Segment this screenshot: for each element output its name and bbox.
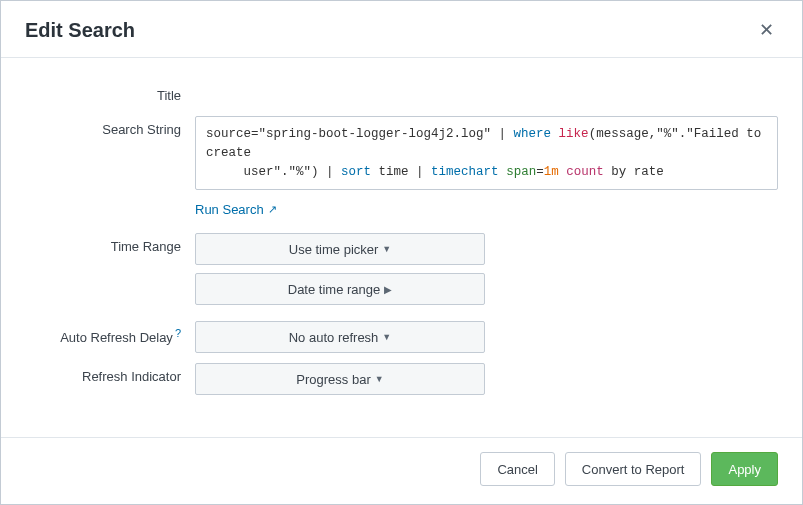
caret-down-icon: ▼ — [382, 332, 391, 342]
help-icon[interactable]: ? — [175, 327, 181, 339]
caret-down-icon: ▼ — [375, 374, 384, 384]
auto-refresh-value: No auto refresh — [289, 330, 379, 345]
search-string-input[interactable]: source="spring-boot-logger-log4j2.log" |… — [195, 116, 778, 190]
time-picker-dropdown[interactable]: Use time picker ▼ — [195, 233, 485, 265]
caret-right-icon: ▶ — [384, 284, 392, 295]
run-search-label: Run Search — [195, 202, 264, 217]
modal-body: Title Search String source="spring-boot-… — [1, 58, 802, 437]
time-range-label: Time Range — [25, 233, 195, 254]
modal-footer: Cancel Convert to Report Apply — [1, 437, 802, 504]
auto-refresh-dropdown[interactable]: No auto refresh ▼ — [195, 321, 485, 353]
title-label: Title — [25, 82, 195, 103]
cancel-button[interactable]: Cancel — [480, 452, 554, 486]
convert-to-report-button[interactable]: Convert to Report — [565, 452, 702, 486]
edit-search-modal: Edit Search ✕ Title Search String source… — [0, 0, 803, 505]
modal-header: Edit Search ✕ — [1, 1, 802, 58]
modal-title: Edit Search — [25, 19, 135, 42]
close-icon[interactable]: ✕ — [755, 17, 778, 43]
external-link-icon: ↗ — [268, 203, 277, 216]
run-search-link[interactable]: Run Search ↗ — [195, 198, 277, 223]
time-picker-value: Use time picker — [289, 242, 379, 257]
date-time-range-value: Date time range — [288, 282, 381, 297]
apply-button[interactable]: Apply — [711, 452, 778, 486]
refresh-indicator-dropdown[interactable]: Progress bar ▼ — [195, 363, 485, 395]
refresh-indicator-label: Refresh Indicator — [25, 363, 195, 384]
auto-refresh-label-text: Auto Refresh Delay — [60, 331, 173, 346]
date-time-range-dropdown[interactable]: Date time range ▶ — [195, 273, 485, 305]
search-string-label: Search String — [25, 116, 195, 137]
caret-down-icon: ▼ — [382, 244, 391, 254]
auto-refresh-label: Auto Refresh Delay? — [25, 321, 195, 345]
refresh-indicator-value: Progress bar — [296, 372, 370, 387]
title-input[interactable] — [195, 82, 778, 106]
